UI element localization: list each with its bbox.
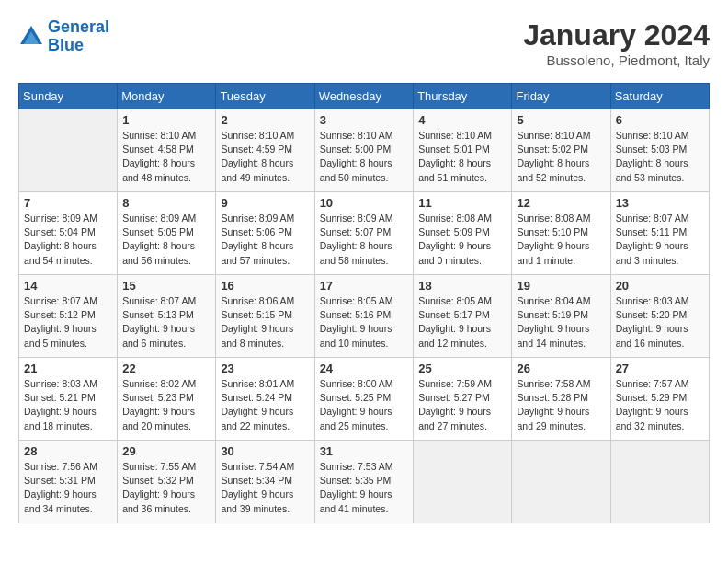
calendar-day-cell: 16Sunrise: 8:06 AMSunset: 5:15 PMDayligh… [216,275,314,358]
day-info: Sunrise: 8:06 AMSunset: 5:15 PMDaylight:… [221,294,309,350]
day-info: Sunrise: 8:10 AMSunset: 5:03 PMDaylight:… [616,129,704,185]
day-number: 4 [418,113,506,127]
weekday-header: Saturday [610,84,709,109]
calendar-day-cell: 29Sunrise: 7:55 AMSunset: 5:32 PMDayligh… [118,441,216,523]
day-number: 3 [320,113,409,127]
calendar-day-cell: 28Sunrise: 7:56 AMSunset: 5:31 PMDayligh… [19,441,118,523]
calendar-day-cell: 13Sunrise: 8:07 AMSunset: 5:11 PMDayligh… [610,192,709,275]
day-number: 11 [418,196,506,210]
calendar-day-cell: 11Sunrise: 8:08 AMSunset: 5:09 PMDayligh… [414,192,512,275]
day-info: Sunrise: 8:03 AMSunset: 5:21 PMDaylight:… [24,377,112,433]
calendar-day-cell: 15Sunrise: 8:07 AMSunset: 5:13 PMDayligh… [118,275,216,358]
day-number: 12 [517,196,605,210]
calendar-day-cell: 21Sunrise: 8:03 AMSunset: 5:21 PMDayligh… [19,358,118,441]
day-info: Sunrise: 8:01 AMSunset: 5:24 PMDaylight:… [221,377,309,433]
day-info: Sunrise: 8:04 AMSunset: 5:19 PMDaylight:… [517,294,605,350]
weekday-row: SundayMondayTuesdayWednesdayThursdayFrid… [19,84,710,109]
day-number: 26 [517,362,605,375]
calendar-day-cell: 4Sunrise: 8:10 AMSunset: 5:01 PMDaylight… [414,109,512,192]
day-info: Sunrise: 8:10 AMSunset: 4:58 PMDaylight:… [122,129,210,185]
day-info: Sunrise: 8:08 AMSunset: 5:10 PMDaylight:… [517,212,605,268]
day-info: Sunrise: 8:09 AMSunset: 5:05 PMDaylight:… [122,212,210,268]
day-info: Sunrise: 8:08 AMSunset: 5:09 PMDaylight:… [418,212,506,268]
day-number: 13 [616,196,704,210]
calendar-day-cell [19,109,118,192]
calendar-day-cell: 3Sunrise: 8:10 AMSunset: 5:00 PMDaylight… [314,109,414,192]
day-number: 1 [122,113,210,127]
calendar-day-cell: 30Sunrise: 7:54 AMSunset: 5:34 PMDayligh… [216,441,314,523]
weekday-header: Sunday [19,84,118,109]
day-info: Sunrise: 8:05 AMSunset: 5:17 PMDaylight:… [418,294,506,350]
logo-general: General [48,17,109,36]
day-info: Sunrise: 8:09 AMSunset: 5:07 PMDaylight:… [320,212,409,268]
day-number: 21 [24,362,112,375]
day-number: 29 [122,444,210,458]
day-number: 27 [616,362,704,375]
logo: General Blue [18,18,109,55]
day-info: Sunrise: 8:00 AMSunset: 5:25 PMDaylight:… [320,377,409,433]
day-number: 30 [221,444,309,458]
day-info: Sunrise: 8:10 AMSunset: 4:59 PMDaylight:… [221,129,309,185]
logo-icon [18,24,44,50]
day-number: 5 [517,113,605,127]
day-number: 14 [24,279,112,293]
calendar-body: 1Sunrise: 8:10 AMSunset: 4:58 PMDaylight… [19,109,710,523]
day-info: Sunrise: 8:03 AMSunset: 5:20 PMDaylight:… [616,294,704,350]
day-number: 16 [221,279,309,293]
calendar-day-cell: 14Sunrise: 8:07 AMSunset: 5:12 PMDayligh… [19,275,118,358]
day-info: Sunrise: 8:10 AMSunset: 5:01 PMDaylight:… [418,129,506,185]
day-number: 15 [122,279,210,293]
day-number: 19 [517,279,605,293]
calendar-week-row: 28Sunrise: 7:56 AMSunset: 5:31 PMDayligh… [19,441,710,523]
day-number: 25 [418,362,506,375]
calendar-day-cell: 7Sunrise: 8:09 AMSunset: 5:04 PMDaylight… [19,192,118,275]
calendar-week-row: 7Sunrise: 8:09 AMSunset: 5:04 PMDaylight… [19,192,710,275]
calendar-day-cell: 20Sunrise: 8:03 AMSunset: 5:20 PMDayligh… [610,275,709,358]
calendar-day-cell: 2Sunrise: 8:10 AMSunset: 4:59 PMDaylight… [216,109,314,192]
day-info: Sunrise: 8:07 AMSunset: 5:13 PMDaylight:… [122,294,210,350]
calendar-day-cell: 24Sunrise: 8:00 AMSunset: 5:25 PMDayligh… [314,358,414,441]
day-info: Sunrise: 8:07 AMSunset: 5:11 PMDaylight:… [616,212,704,268]
calendar-day-cell: 10Sunrise: 8:09 AMSunset: 5:07 PMDayligh… [314,192,414,275]
calendar-day-cell: 9Sunrise: 8:09 AMSunset: 5:06 PMDaylight… [216,192,314,275]
weekday-header: Thursday [414,84,512,109]
calendar-header: SundayMondayTuesdayWednesdayThursdayFrid… [19,84,710,109]
day-number: 31 [320,444,409,458]
logo-text: General Blue [48,18,109,55]
day-info: Sunrise: 8:07 AMSunset: 5:12 PMDaylight:… [24,294,112,350]
page-header: General Blue January 2024 Bussoleno, Pie… [18,18,710,68]
day-info: Sunrise: 7:59 AMSunset: 5:27 PMDaylight:… [418,377,506,433]
calendar-day-cell: 17Sunrise: 8:05 AMSunset: 5:16 PMDayligh… [314,275,414,358]
day-number: 10 [320,196,409,210]
day-info: Sunrise: 8:05 AMSunset: 5:16 PMDaylight:… [320,294,409,350]
calendar-day-cell: 25Sunrise: 7:59 AMSunset: 5:27 PMDayligh… [414,358,512,441]
day-info: Sunrise: 8:09 AMSunset: 5:06 PMDaylight:… [221,212,309,268]
day-info: Sunrise: 7:57 AMSunset: 5:29 PMDaylight:… [616,377,704,433]
calendar-day-cell: 23Sunrise: 8:01 AMSunset: 5:24 PMDayligh… [216,358,314,441]
weekday-header: Monday [118,84,216,109]
day-info: Sunrise: 7:55 AMSunset: 5:32 PMDaylight:… [122,460,210,516]
location-subtitle: Bussoleno, Piedmont, Italy [523,52,710,68]
day-number: 20 [616,279,704,293]
day-number: 28 [24,444,112,458]
calendar-day-cell: 18Sunrise: 8:05 AMSunset: 5:17 PMDayligh… [414,275,512,358]
calendar-day-cell [610,441,709,523]
calendar-day-cell: 8Sunrise: 8:09 AMSunset: 5:05 PMDaylight… [118,192,216,275]
calendar-day-cell: 19Sunrise: 8:04 AMSunset: 5:19 PMDayligh… [512,275,610,358]
calendar-day-cell: 22Sunrise: 8:02 AMSunset: 5:23 PMDayligh… [118,358,216,441]
day-number: 8 [122,196,210,210]
month-title: January 2024 [523,18,710,52]
day-info: Sunrise: 8:10 AMSunset: 5:00 PMDaylight:… [320,129,409,185]
calendar-day-cell: 26Sunrise: 7:58 AMSunset: 5:28 PMDayligh… [512,358,610,441]
day-number: 6 [616,113,704,127]
day-info: Sunrise: 8:02 AMSunset: 5:23 PMDaylight:… [122,377,210,433]
title-block: January 2024 Bussoleno, Piedmont, Italy [523,18,710,68]
calendar-day-cell: 12Sunrise: 8:08 AMSunset: 5:10 PMDayligh… [512,192,610,275]
day-number: 22 [122,362,210,375]
day-number: 7 [24,196,112,210]
calendar-day-cell [414,441,512,523]
calendar-week-row: 21Sunrise: 8:03 AMSunset: 5:21 PMDayligh… [19,358,710,441]
calendar-day-cell: 1Sunrise: 8:10 AMSunset: 4:58 PMDaylight… [118,109,216,192]
day-number: 18 [418,279,506,293]
weekday-header: Tuesday [216,84,314,109]
